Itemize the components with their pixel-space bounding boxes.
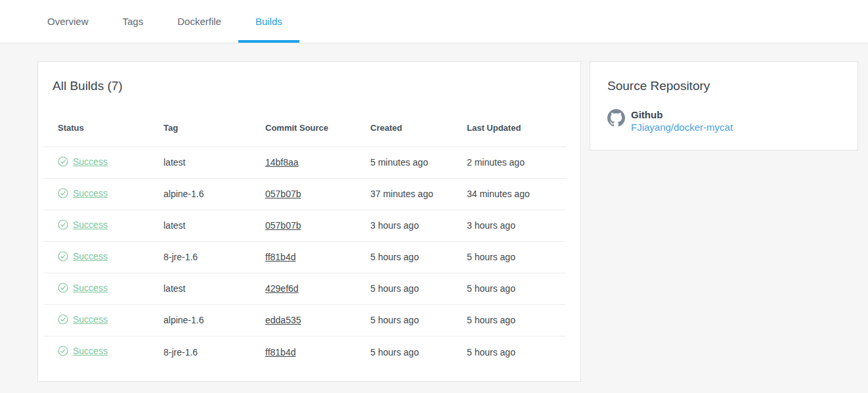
table-row: Success latest 14bf8aa 5 minutes ago 2 m…: [43, 147, 566, 178]
build-status-label: Success: [73, 251, 108, 262]
build-status-label: Success: [73, 156, 108, 167]
created-cell: 5 minutes ago: [356, 147, 452, 178]
table-row: Success latest 057b07b 3 hours ago 3 hou…: [43, 210, 566, 241]
check-circle-icon: [58, 156, 68, 167]
commit-cell: 14bf8aa: [251, 147, 356, 178]
commit-link[interactable]: ff81b4d: [265, 252, 295, 262]
updated-cell: 5 hours ago: [452, 336, 566, 367]
commit-cell: edda535: [251, 304, 356, 336]
tag-cell: 8-jre-1.6: [149, 336, 251, 367]
status-cell: Success: [43, 336, 149, 367]
build-status-label: Success: [73, 188, 108, 198]
column-header-commit-source: Commit Source: [251, 123, 356, 147]
check-circle-icon: [58, 188, 68, 198]
source-repository-title: Source Repository: [607, 79, 842, 94]
builds-table-header-row: Status Tag Commit Source Created Last Up…: [43, 123, 566, 147]
created-cell: 5 hours ago: [356, 304, 452, 336]
commit-link[interactable]: 057b07b: [265, 220, 301, 231]
table-row: Success alpine-1.6 edda535 5 hours ago 5…: [43, 304, 566, 336]
build-status-link[interactable]: Success: [58, 251, 108, 262]
status-cell: Success: [43, 273, 149, 304]
tab-tags-label: Tags: [123, 16, 144, 27]
tag-cell: latest: [149, 273, 251, 304]
created-cell: 5 hours ago: [356, 273, 452, 304]
tab-dockerfile-label: Dockerfile: [177, 16, 221, 27]
tab-dockerfile[interactable]: Dockerfile: [160, 0, 238, 43]
status-cell: Success: [43, 147, 149, 178]
commit-link[interactable]: ff81b4d: [265, 347, 295, 358]
all-builds-card: All Builds (7) Status Tag Commit Source …: [37, 61, 581, 382]
github-icon: [607, 109, 625, 127]
commit-link[interactable]: 14bf8aa: [265, 157, 299, 168]
status-cell: Success: [43, 210, 149, 241]
repo-link[interactable]: FJiayang/docker-mycat: [631, 121, 733, 134]
commit-link[interactable]: 429ef6d: [265, 283, 299, 294]
created-cell: 37 minutes ago: [356, 178, 452, 210]
column-header-tag: Tag: [149, 123, 251, 147]
updated-cell: 2 minutes ago: [452, 147, 566, 178]
updated-cell: 5 hours ago: [452, 273, 566, 304]
repo-provider-label: Github: [631, 108, 733, 122]
commit-link[interactable]: edda535: [265, 315, 301, 325]
tab-builds[interactable]: Builds: [238, 0, 299, 43]
created-cell: 5 hours ago: [356, 241, 452, 273]
status-cell: Success: [43, 178, 149, 210]
created-cell: 5 hours ago: [356, 336, 452, 367]
tag-cell: alpine-1.6: [149, 304, 251, 336]
build-status-link[interactable]: Success: [58, 220, 108, 230]
build-status-link[interactable]: Success: [58, 314, 108, 325]
updated-cell: 5 hours ago: [452, 304, 566, 336]
builds-table: Status Tag Commit Source Created Last Up…: [43, 123, 566, 368]
tab-overview-label: Overview: [47, 16, 89, 27]
tag-cell: alpine-1.6: [149, 178, 251, 210]
status-cell: Success: [43, 304, 149, 336]
table-row: Success 8-jre-1.6 ff81b4d 5 hours ago 5 …: [43, 241, 566, 273]
commit-cell: 057b07b: [251, 210, 356, 241]
commit-cell: ff81b4d: [251, 336, 356, 367]
build-status-label: Success: [73, 283, 108, 293]
build-status-label: Success: [73, 220, 108, 230]
build-status-link[interactable]: Success: [58, 283, 108, 293]
source-repository-card: Source Repository Github FJiayang/docker…: [590, 61, 858, 150]
build-status-label: Success: [73, 346, 108, 356]
build-status-link[interactable]: Success: [58, 156, 108, 167]
commit-cell: ff81b4d: [251, 241, 356, 273]
table-row: Success latest 429ef6d 5 hours ago 5 hou…: [43, 273, 566, 304]
tag-cell: latest: [149, 147, 251, 178]
tag-cell: 8-jre-1.6: [149, 241, 251, 273]
check-circle-icon: [58, 251, 68, 262]
build-status-link[interactable]: Success: [58, 346, 108, 356]
builds-page: All Builds (7) Status Tag Commit Source …: [0, 43, 868, 393]
updated-cell: 3 hours ago: [452, 210, 566, 241]
builds-table-body: Success latest 14bf8aa 5 minutes ago 2 m…: [43, 147, 566, 367]
table-row: Success alpine-1.6 057b07b 37 minutes ag…: [43, 178, 566, 210]
column-header-status: Status: [43, 123, 149, 147]
table-row: Success 8-jre-1.6 ff81b4d 5 hours ago 5 …: [43, 336, 566, 367]
all-builds-title: All Builds (7): [38, 62, 580, 94]
build-status-label: Success: [73, 314, 108, 325]
source-repository-row: Github FJiayang/docker-mycat: [607, 108, 842, 134]
created-cell: 3 hours ago: [356, 210, 452, 241]
tab-overview[interactable]: Overview: [30, 0, 106, 43]
check-circle-icon: [58, 283, 68, 293]
build-status-link[interactable]: Success: [58, 188, 108, 198]
tab-tags[interactable]: Tags: [106, 0, 161, 43]
check-circle-icon: [58, 220, 68, 230]
updated-cell: 34 minutes ago: [452, 178, 566, 210]
tag-cell: latest: [149, 210, 251, 241]
column-header-created: Created: [356, 123, 452, 147]
repo-tabbar: Overview Tags Dockerfile Builds: [0, 0, 868, 43]
tab-builds-label: Builds: [255, 16, 282, 27]
check-circle-icon: [58, 346, 68, 356]
commit-cell: 057b07b: [251, 178, 356, 210]
commit-link[interactable]: 057b07b: [265, 189, 301, 199]
status-cell: Success: [43, 241, 149, 273]
check-circle-icon: [58, 314, 68, 325]
column-header-last-updated: Last Updated: [452, 123, 566, 147]
updated-cell: 5 hours ago: [452, 241, 566, 273]
commit-cell: 429ef6d: [251, 273, 356, 304]
